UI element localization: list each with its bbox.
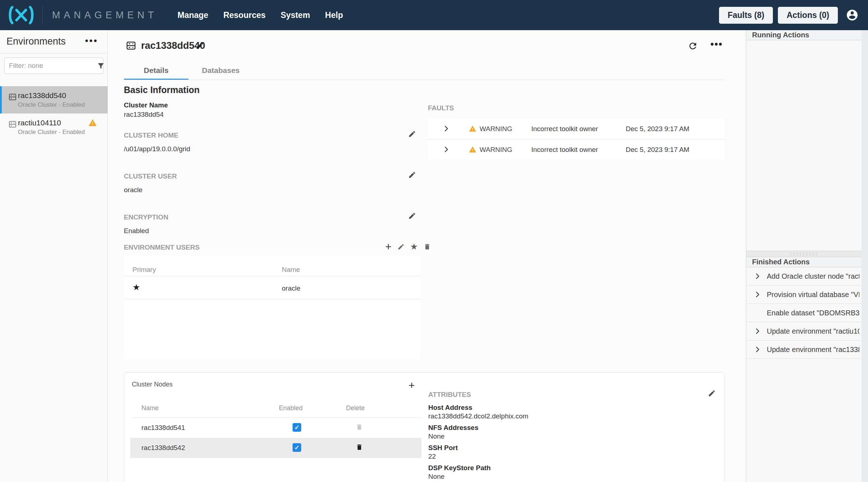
sidebar-header: Environments ••• bbox=[0, 30, 107, 53]
running-actions-title: Running Actions bbox=[752, 31, 809, 39]
edit-cluster-home-pencil-icon[interactable] bbox=[408, 130, 416, 138]
page-root: MANAGEMENT Manage Resources System Help … bbox=[0, 0, 868, 482]
filter-funnel-icon[interactable] bbox=[97, 62, 105, 70]
node-name-cell: rac1338dd541 bbox=[141, 424, 185, 432]
tab-databases[interactable]: Databases bbox=[188, 66, 253, 75]
env-item-rac1338dd540[interactable]: rac1338dd540 Oracle Cluster - Enabled bbox=[0, 86, 108, 113]
users-header-divider bbox=[124, 276, 421, 276]
finished-actions-header: Finished Actions bbox=[746, 257, 862, 267]
warning-icon bbox=[88, 119, 97, 127]
brand-name: MANAGEMENT bbox=[52, 10, 158, 21]
node-name-cell: rac1338dd542 bbox=[141, 444, 185, 452]
more-menu-icon[interactable]: ••• bbox=[710, 39, 723, 50]
nodes-col-name: Name bbox=[141, 404, 159, 412]
scrollbar-track[interactable] bbox=[862, 30, 868, 482]
edit-cluster-user-pencil-icon[interactable] bbox=[408, 171, 416, 179]
expand-chevron-icon[interactable] bbox=[442, 125, 450, 133]
users-col-primary: Primary bbox=[132, 266, 156, 274]
delphix-logo[interactable] bbox=[0, 5, 42, 25]
add-user-icon[interactable]: + bbox=[385, 243, 392, 251]
finished-actions-title: Finished Actions bbox=[752, 258, 809, 266]
top-bar: MANAGEMENT Manage Resources System Help … bbox=[0, 0, 868, 30]
nfs-addresses-value: None bbox=[428, 432, 444, 440]
environment-icon bbox=[8, 93, 17, 101]
cluster-nodes-label: Cluster Nodes bbox=[132, 381, 173, 388]
fault-severity: WARNING bbox=[480, 146, 512, 154]
basic-information-heading: Basic Information bbox=[124, 85, 200, 95]
env-item-ractiu104110[interactable]: ractiu104110 Oracle Cluster - Enabled bbox=[0, 113, 108, 141]
user-profile-icon[interactable] bbox=[846, 9, 859, 22]
nav-system[interactable]: System bbox=[281, 10, 310, 20]
env-item-name: ractiu104110 bbox=[18, 119, 61, 127]
add-cluster-node-icon[interactable]: + bbox=[409, 381, 415, 389]
ssh-port-value: 22 bbox=[428, 453, 436, 460]
expand-chevron-icon[interactable] bbox=[753, 272, 761, 280]
delete-node-trash-icon[interactable] bbox=[356, 423, 363, 431]
panel-resize-handle[interactable] bbox=[746, 251, 862, 257]
delete-node-trash-icon[interactable] bbox=[356, 444, 363, 451]
warning-icon bbox=[469, 125, 476, 133]
finished-action-item[interactable]: Provision virtual database "VDBO_... bbox=[746, 286, 862, 304]
sidebar-more-icon[interactable]: ••• bbox=[85, 35, 98, 46]
expand-chevron-icon[interactable] bbox=[753, 327, 761, 335]
sidebar-divider bbox=[0, 53, 108, 54]
brand-separator bbox=[42, 5, 43, 25]
cluster-user-label: CLUSTER USER bbox=[124, 172, 177, 180]
running-actions-header: Running Actions bbox=[746, 30, 862, 40]
fault-title: Incorrect toolkit owner bbox=[531, 146, 598, 154]
tab-details[interactable]: Details bbox=[124, 66, 188, 75]
environment-icon bbox=[8, 120, 17, 129]
fault-date: Dec 5, 2023 9:17 AM bbox=[626, 125, 689, 133]
nav-manage[interactable]: Manage bbox=[178, 10, 209, 20]
delphix-logo-icon bbox=[8, 5, 34, 25]
refresh-icon[interactable] bbox=[688, 41, 698, 51]
faults-label: FAULTS bbox=[428, 104, 454, 112]
env-item-subtitle: Oracle Cluster - Enabled bbox=[18, 101, 85, 108]
actions-button[interactable]: Actions (0) bbox=[778, 7, 838, 24]
check-icon: ✓ bbox=[294, 444, 299, 451]
filter-input[interactable] bbox=[9, 62, 97, 70]
edit-user-pencil-icon[interactable] bbox=[397, 243, 405, 250]
cluster-node-row[interactable]: rac1338dd541 ✓ bbox=[130, 418, 421, 438]
users-row-divider bbox=[124, 299, 421, 299]
dsp-keystore-path-value: None bbox=[428, 473, 444, 481]
finished-action-label: Enable dataset "DBOMSRB331B3". bbox=[767, 309, 859, 317]
cluster-name-value: rac1338dd54 bbox=[124, 111, 164, 119]
cluster-name-label: Cluster Name bbox=[124, 101, 168, 109]
ssh-port-label: SSH Port bbox=[428, 444, 458, 452]
nav-help[interactable]: Help bbox=[325, 10, 343, 20]
drag-dots-icon bbox=[789, 252, 819, 256]
cluster-node-row[interactable]: rac1338dd542 ✓ bbox=[130, 438, 421, 458]
nfs-addresses-label: NFS Addresses bbox=[428, 424, 479, 432]
user-name-cell: oracle bbox=[282, 284, 300, 292]
edit-title-pencil-icon[interactable] bbox=[196, 41, 204, 50]
expand-chevron-icon[interactable] bbox=[753, 346, 761, 353]
main-content: rac1338dd540 ••• Details Databases Basic… bbox=[108, 30, 746, 482]
enabled-checkbox[interactable]: ✓ bbox=[293, 423, 301, 432]
environment-users-label: ENVIRONMENT USERS bbox=[124, 244, 200, 251]
fault-row[interactable]: WARNING Incorrect toolkit owner Dec 5, 2… bbox=[428, 139, 725, 159]
finished-action-item[interactable]: Update environment "ractiu104110". bbox=[746, 322, 862, 340]
enabled-checkbox[interactable]: ✓ bbox=[293, 443, 301, 452]
finished-action-label: Update environment "ractiu104110". bbox=[767, 327, 859, 335]
host-address-label: Host Address bbox=[428, 404, 472, 412]
encryption-label: ENCRYPTION bbox=[124, 213, 168, 221]
finished-action-item[interactable]: Add Oracle cluster node "ractiu104... bbox=[746, 267, 862, 286]
expand-chevron-icon[interactable] bbox=[753, 291, 761, 298]
fault-row[interactable]: WARNING Incorrect toolkit owner Dec 5, 2… bbox=[428, 119, 725, 139]
actions-panel: Running Actions Finished Actions Add Ora… bbox=[746, 30, 862, 482]
nav-resources[interactable]: Resources bbox=[223, 10, 266, 20]
faults-button[interactable]: Faults (8) bbox=[719, 7, 773, 24]
delete-user-trash-icon[interactable] bbox=[424, 243, 431, 250]
filter-box bbox=[4, 57, 103, 74]
finished-action-item[interactable]: Enable dataset "DBOMSRB331B3". bbox=[746, 304, 862, 322]
environment-users-toolbar: + ★ bbox=[385, 243, 431, 251]
edit-attributes-pencil-icon[interactable] bbox=[708, 389, 716, 397]
finished-action-item[interactable]: Update environment "rac1338dd54... bbox=[746, 340, 862, 359]
faults-list: WARNING Incorrect toolkit owner Dec 5, 2… bbox=[428, 119, 725, 159]
edit-encryption-pencil-icon[interactable] bbox=[408, 212, 416, 220]
set-primary-star-icon[interactable]: ★ bbox=[410, 243, 418, 251]
cluster-nodes-card: Cluster Nodes + Name Enabled Delete rac1… bbox=[124, 372, 724, 482]
expand-chevron-icon[interactable] bbox=[442, 145, 450, 153]
cluster-home-label: CLUSTER HOME bbox=[124, 131, 178, 139]
